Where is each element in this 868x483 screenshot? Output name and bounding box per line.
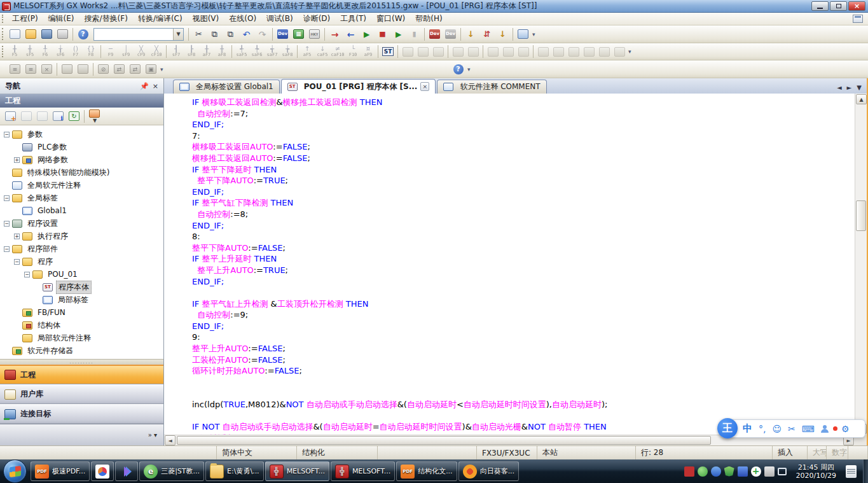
ladder-symbol-cF9-button[interactable]: ╳cF9 [134,44,149,59]
tree-item[interactable]: −特殊模块(智能功能模块) [0,166,163,179]
taskbar-app-button[interactable] [91,461,114,481]
ladder-symbol-F5-button[interactable]: ╂F5 [7,44,22,59]
transfer-setup-button[interactable]: ⇄ [112,62,127,76]
taskbar-app-button[interactable]: e三菱|ST教... [139,461,204,481]
vertical-scrollbar[interactable]: ▲ ▼ [855,94,867,435]
transfer-setup-2-button[interactable]: ⇄ [128,62,142,76]
menu-item[interactable]: 搜索/替换(F) [79,12,133,25]
tab-list-dropdown-icon[interactable]: ▼ [857,84,862,91]
tree-expand-icon[interactable]: + [14,234,20,239]
tree-expand-icon[interactable]: − [4,246,10,252]
monitor-start-button[interactable]: ▶ [359,27,374,41]
open-file-button[interactable] [24,27,38,41]
data-properties-button[interactable] [51,109,65,123]
taskbar-app-button[interactable]: PDF结构化文... [396,461,457,481]
menu-item[interactable]: 转换/编译(C) [133,12,188,25]
taskbar-app-button[interactable]: E:\黄勇\... [205,461,264,481]
ladder-symbol-saF7-button[interactable]: ╅saF7 [265,44,280,59]
template-mark-button[interactable] [551,44,566,59]
write-mode-button[interactable] [581,44,596,59]
new-data-button[interactable] [3,109,18,123]
combo-dropdown-icon[interactable]: ▼ [173,29,183,40]
close-button[interactable]: × [848,1,865,11]
scroll-up-icon[interactable]: ▲ [856,94,867,104]
taskbar-app-button[interactable]: 向日葵客... [458,461,520,481]
tree-item[interactable]: −FB/FUN [0,306,163,319]
restore-button[interactable] [830,1,847,11]
settings-gear-icon[interactable]: ⚙ [841,424,850,433]
ladder-symbol-aF7-button[interactable]: ╂aF7 [199,44,214,59]
ladder-screen-button[interactable]: ▦ [291,27,306,41]
tree-item[interactable]: −PLC参数 [0,141,163,153]
paste-data-button[interactable] [35,109,50,123]
delete-row-button[interactable]: × [39,62,54,76]
hotkey-button[interactable]: HKY [307,27,322,41]
redo-button[interactable]: ↷ [255,27,270,41]
ladder-symbol-aF8-button[interactable]: ╫aF8 [214,44,230,59]
scissors-icon[interactable]: ✂ [788,424,796,433]
copy-data-button[interactable] [19,109,34,123]
new-file-button[interactable] [8,27,22,41]
ladder-symbol-saF6-button[interactable]: ╄saF6 [249,44,265,59]
monitor-pause-button[interactable]: ▮ [407,27,422,41]
connecting-line-button[interactable] [450,44,465,59]
ladder-symbol-sF5-button[interactable]: ╫sF5 [22,44,38,59]
monitor-disable-button[interactable]: ⊘ [96,62,111,76]
tree-item[interactable]: −程序设置 [0,217,163,230]
function-selector-combo[interactable]: ▼ [93,28,184,41]
tree-item[interactable]: −程序部件 [0,242,163,255]
ladder-symbol-sF7-button[interactable]: ┨sF7 [169,44,184,59]
tree-item[interactable]: −POU_01 [0,268,163,281]
menu-item[interactable]: 帮助(H) [410,12,447,25]
melsoft-tray-icon[interactable] [684,466,694,477]
line-delete-button[interactable] [465,44,481,59]
paste-button[interactable]: ⧉ [223,27,238,41]
browser-tray-icon[interactable] [698,466,708,477]
find-instruction-button[interactable] [516,44,531,59]
tree-item[interactable]: −结构体 [0,319,163,332]
tree-item[interactable]: −Global1 [0,204,163,217]
tree-expand-icon[interactable]: − [4,195,10,201]
taskbar-clock[interactable]: 21:45 周四 2020/10/29 [796,463,836,480]
more-views-icon[interactable]: » ▾ [148,431,157,438]
ladder-symbol-cF10-button[interactable]: ╳cF10 [149,44,164,59]
cut-button[interactable]: ✂ [191,27,206,41]
clipboard-tray-icon[interactable] [764,466,775,477]
document-tab[interactable]: STPOU_01 [PRG] 程序本体 [S...× [281,79,436,94]
monitor-run-button[interactable]: ▶ [391,27,406,41]
ladder-symbol-saF8-button[interactable]: ╆saF8 [280,44,295,59]
view-selector-project[interactable]: 工程 [0,365,163,384]
tab-close-icon[interactable]: × [420,82,429,91]
ladder-symbol-F9-button[interactable]: ─F9 [103,44,118,59]
ladder-symbol-F6-button[interactable]: ╀F6 [38,44,53,59]
taskbar-app-button[interactable]: ╬MELSOFT... [331,461,395,481]
toolbar-overflow-icon[interactable]: ▾ [628,48,635,55]
read-mode-button[interactable] [566,44,581,59]
statement-edit-button[interactable] [415,44,431,59]
tree-expand-icon[interactable]: − [4,132,10,137]
taskbar-app-button[interactable]: ╬MELSOFT... [265,461,329,481]
menu-item[interactable]: 调试(B) [261,12,298,25]
ladder-symbol-sF8-button[interactable]: ┠sF8 [184,44,199,59]
tree-item[interactable]: +网络参数 [0,153,163,166]
device-monitor-start-button[interactable]: Dev [427,27,442,41]
build-button[interactable]: ↓ [495,27,510,41]
vertical-scroll-thumb[interactable] [856,200,866,231]
ladder-symbol-F8-button[interactable]: {}F8 [83,44,99,59]
tree-item[interactable]: +执行程序 [0,230,163,242]
label-edit-button[interactable] [60,62,74,76]
write-to-plc-button[interactable]: → [327,27,342,41]
menu-item[interactable]: 工程(P) [7,12,43,25]
scroll-left-icon[interactable]: ◄ [165,435,176,445]
context-help-button[interactable]: ? [451,62,465,76]
keyboard-icon[interactable]: ⌨ [802,424,815,433]
show-desktop-button[interactable] [863,459,868,483]
tree-item[interactable]: −全局软元件注释 [0,179,163,192]
ladder-symbol-caF5-button[interactable]: ↓caF5 [315,44,330,59]
insert-row-button[interactable]: ≡ [24,62,38,76]
taskbar-app-button[interactable] [115,461,138,481]
im-tray-icon[interactable] [711,466,721,477]
ladder-symbol-sF6-button[interactable]: ╁sF6 [53,44,68,59]
ime-chinese-mode-icon[interactable]: 中 [743,424,752,433]
refresh-button[interactable]: ↻ [67,109,81,123]
